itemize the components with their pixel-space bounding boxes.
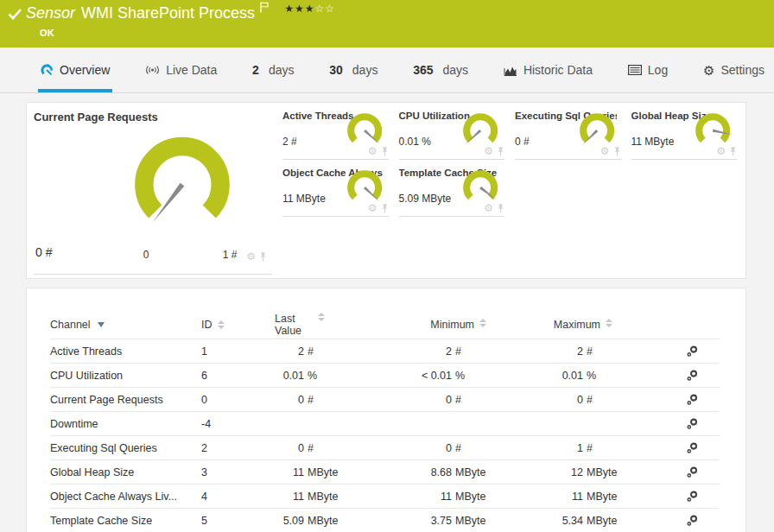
tab-2-days[interactable]: 2days bbox=[250, 48, 296, 92]
gauge-object-cache-always-l: Object Cache Always L...11 MByte⚙ bbox=[282, 165, 389, 217]
chart-icon bbox=[504, 65, 517, 76]
tab-overview[interactable]: Overview bbox=[38, 48, 112, 92]
primary-gauge-dial bbox=[113, 122, 251, 241]
column-header-label: ID bbox=[201, 319, 213, 331]
channel-settings-wrench-icon[interactable] bbox=[687, 418, 698, 429]
pin-icon[interactable] bbox=[259, 252, 267, 262]
column-header-label: Last Value bbox=[275, 313, 313, 337]
pin-icon[interactable] bbox=[381, 204, 389, 213]
channel-settings-wrench-icon[interactable] bbox=[687, 515, 698, 526]
sensor-title: WMI SharePoint Process bbox=[81, 4, 255, 22]
value-number: 2 bbox=[275, 345, 304, 358]
maximum-value: 5.34MByte bbox=[495, 515, 626, 527]
gear-icon[interactable]: ⚙ bbox=[484, 146, 493, 156]
tab-historic-data[interactable]: Historic Data bbox=[501, 48, 595, 92]
table-row-downtime: Downtime-4 bbox=[50, 412, 720, 436]
priority-stars[interactable]: ★★★☆☆ bbox=[284, 3, 335, 15]
gear-icon[interactable]: ⚙ bbox=[368, 203, 377, 213]
channel-settings-wrench-icon[interactable] bbox=[687, 491, 698, 502]
value-number: 0.01 bbox=[275, 370, 304, 382]
value-number: 0 bbox=[347, 442, 452, 454]
channel-settings-wrench-icon[interactable] bbox=[687, 442, 698, 453]
tab-label: days bbox=[443, 63, 469, 77]
channel-tools bbox=[626, 345, 720, 357]
value-number: 1 bbox=[495, 442, 583, 454]
gear-icon[interactable]: ⚙ bbox=[368, 146, 377, 156]
tab-365-days[interactable]: 365days bbox=[410, 48, 471, 92]
gauge-value: 0 # bbox=[35, 245, 52, 259]
sensor-status-badge: OK bbox=[40, 28, 335, 38]
star-filled-icon[interactable]: ★ bbox=[284, 3, 295, 15]
tab-30-days[interactable]: 30days bbox=[327, 48, 380, 92]
channel-settings-wrench-icon[interactable] bbox=[687, 345, 698, 357]
value-unit: MByte bbox=[308, 515, 347, 527]
gauge-value: 11 MByte bbox=[631, 136, 675, 148]
last-value: 5.09MByte bbox=[275, 515, 347, 527]
channel-id: 5 bbox=[201, 515, 275, 527]
pin-icon[interactable] bbox=[497, 147, 504, 156]
channel-tools bbox=[626, 491, 720, 502]
channel-settings-wrench-icon[interactable] bbox=[687, 466, 698, 478]
pin-icon[interactable] bbox=[381, 147, 389, 156]
sort-down-arrow bbox=[218, 326, 225, 329]
gear-icon[interactable]: ⚙ bbox=[246, 251, 256, 262]
sort-up-arrow bbox=[606, 319, 612, 322]
value-number: 11 bbox=[275, 466, 304, 478]
gauge-tools: ⚙ bbox=[246, 251, 267, 262]
priority-flag-icon[interactable] bbox=[260, 0, 269, 17]
tab-log[interactable]: Log bbox=[625, 48, 670, 92]
sort-down-arrow bbox=[606, 324, 612, 327]
column-header-last-value[interactable]: Last Value bbox=[275, 313, 347, 337]
column-header-minimum[interactable]: Minimum bbox=[347, 319, 495, 331]
value-number: 0 bbox=[275, 394, 304, 406]
maximum-value: 11MByte bbox=[495, 491, 626, 503]
value-number: 3.75 bbox=[347, 515, 452, 527]
tab-live-data[interactable]: Live Data bbox=[143, 48, 219, 92]
channel-name: Downtime bbox=[50, 418, 201, 430]
column-header-label: Maximum bbox=[554, 319, 600, 331]
column-header-id[interactable]: ID bbox=[201, 319, 275, 331]
gauge-tools: ⚙ bbox=[600, 146, 621, 156]
channel-name: Executing Sql Queries bbox=[50, 442, 201, 454]
column-header-maximum[interactable]: Maximum bbox=[495, 319, 626, 331]
star-filled-icon[interactable]: ★ bbox=[305, 3, 315, 15]
gauge-executing-sql-queries: Executing Sql Queries0 #⚙ bbox=[515, 108, 621, 160]
star-filled-icon[interactable]: ★ bbox=[295, 3, 305, 15]
status-check-icon bbox=[8, 8, 22, 24]
last-value: 0# bbox=[275, 442, 347, 454]
value-unit: % bbox=[308, 370, 347, 382]
value-unit: # bbox=[455, 394, 495, 406]
tab-label: Log bbox=[648, 63, 668, 77]
value-unit: MByte bbox=[455, 466, 495, 478]
column-header-channel[interactable]: Channel bbox=[50, 319, 201, 331]
value-unit: # bbox=[587, 345, 626, 358]
pin-icon[interactable] bbox=[497, 204, 504, 213]
pin-icon[interactable] bbox=[613, 147, 621, 156]
column-header-label: Channel bbox=[50, 319, 91, 331]
value-unit: % bbox=[455, 370, 495, 382]
star-empty-icon[interactable]: ☆ bbox=[325, 3, 335, 15]
tab-settings[interactable]: ⚙Settings bbox=[701, 48, 767, 92]
table-row-executing-sql-queries: Executing Sql Queries20#0#1# bbox=[50, 436, 720, 460]
channel-name: Current Page Requests bbox=[50, 394, 201, 406]
value-number: 2 bbox=[347, 345, 452, 358]
gauge-global-heap-size: Global Heap Size11 MByte⚙ bbox=[631, 108, 738, 160]
channel-id: -4 bbox=[201, 418, 275, 430]
value-unit: MByte bbox=[587, 466, 626, 478]
tab-day-count: 30 bbox=[329, 63, 343, 77]
gear-icon[interactable]: ⚙ bbox=[600, 146, 610, 156]
value-number: 11 bbox=[347, 491, 452, 503]
star-empty-icon[interactable]: ☆ bbox=[314, 3, 325, 15]
sort-icon bbox=[218, 320, 225, 329]
maximum-value: 1# bbox=[495, 442, 626, 454]
channel-table-panel: ChannelIDLast ValueMinimumMaximumActive … bbox=[26, 288, 746, 532]
value-unit: MByte bbox=[587, 515, 626, 527]
channel-settings-wrench-icon[interactable] bbox=[687, 370, 698, 381]
gear-icon[interactable]: ⚙ bbox=[716, 146, 726, 156]
tab-label: Live Data bbox=[166, 63, 217, 77]
value-number: 0 bbox=[495, 394, 583, 406]
channel-settings-wrench-icon[interactable] bbox=[687, 394, 698, 405]
gear-icon[interactable]: ⚙ bbox=[484, 203, 493, 213]
pin-icon[interactable] bbox=[729, 147, 737, 156]
value-number: 11 bbox=[275, 491, 304, 503]
